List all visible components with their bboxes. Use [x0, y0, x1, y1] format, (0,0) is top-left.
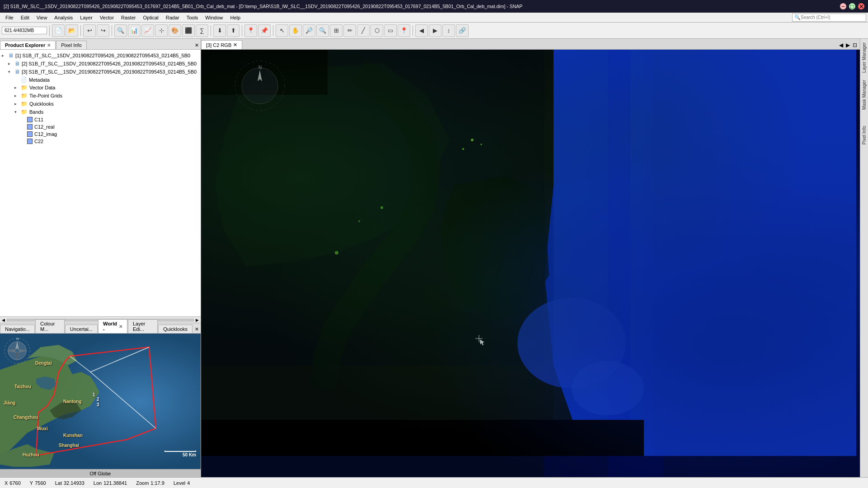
sidebar-mask-manager[interactable]: Mask Manager [861, 76, 868, 113]
menu-layer[interactable]: Layer [76, 14, 96, 21]
tab-navigation[interactable]: Navigatio... [0, 325, 35, 333]
tab-pixel-info[interactable]: Pixel Info [56, 41, 86, 49]
map-status-bar: Off Globe [0, 469, 201, 477]
tree-item-c12real[interactable]: C12_real [21, 123, 199, 130]
stats-button[interactable]: ∑ [196, 24, 208, 37]
tree-label-c22: C22 [34, 139, 43, 144]
zoom-in-button[interactable]: 🔍 [114, 24, 127, 37]
close-button[interactable]: ✕ [858, 3, 864, 9]
product-explorer-tree: ▸ 🖥 [1] S1B_IT_SLC__1SDV_20190822T095426… [0, 50, 201, 316]
menu-vector[interactable]: Vector [96, 14, 117, 21]
tab-product-explorer[interactable]: Product Explorer ✕ [0, 41, 56, 49]
menu-search-box[interactable]: 🔍 [792, 14, 866, 22]
select-button[interactable]: ↖ [276, 24, 288, 37]
pin-button[interactable]: 📍 [398, 24, 410, 37]
tree-item-quicklooks[interactable]: ▸ 📁 Quicklooks [14, 100, 199, 108]
status-level: Level 4 [174, 480, 190, 486]
viewer-scroll-left[interactable]: ◀ [838, 41, 844, 49]
sidebar-pixel-info[interactable]: Pixel Info [861, 122, 868, 148]
nav-forward[interactable]: ▶ [429, 24, 441, 37]
status-zoom: Zoom 1:17.9 [136, 480, 164, 486]
export-button[interactable]: ⬆ [227, 24, 239, 37]
nav-back[interactable]: ◀ [415, 24, 428, 37]
minimize-button[interactable]: − [840, 3, 846, 9]
tree-item-metadata[interactable]: 📄 Metadata [14, 76, 199, 84]
tree-item-vector[interactable]: ▸ 📁 Vector Data [14, 84, 199, 92]
gcp2-button[interactable]: 📌 [258, 24, 271, 37]
scroll-left-arrow[interactable]: ◀ [2, 318, 5, 322]
menu-tools[interactable]: Tools [183, 14, 202, 21]
menu-analysis[interactable]: Analysis [51, 14, 76, 21]
mask-button[interactable]: ⬛ [182, 24, 195, 37]
draw-button[interactable]: ✏ [343, 24, 356, 37]
sidebar-layer-manager[interactable]: Layer Manager [861, 39, 868, 76]
scroll-right-arrow[interactable]: ▶ [196, 318, 199, 322]
tree-item-1[interactable]: ▸ 🖥 [1] S1B_IT_SLC__1SDV_20190822T095426… [2, 51, 199, 60]
sync-button[interactable]: ↕ [442, 24, 455, 37]
line-button[interactable]: ╱ [357, 24, 370, 37]
gcp-button[interactable]: 📍 [244, 24, 257, 37]
world-map-panel[interactable]: N Dengtai Taizhou Jiāng Nantong 1 2 3 Ch… [0, 334, 201, 469]
viewer-scroll-right[interactable]: ▶ [845, 41, 851, 49]
tab-world-close[interactable]: ✕ [119, 324, 122, 329]
tree-item-bands[interactable]: ▾ 📁 Bands [14, 108, 199, 116]
colormap-button[interactable]: 🎨 [169, 24, 181, 37]
tab-uncertainty-label: Uncertai... [70, 326, 93, 332]
scatter-button[interactable]: ⊹ [155, 24, 168, 37]
panel-close-button[interactable]: ✕ [193, 42, 201, 49]
menu-raster[interactable]: Raster [117, 14, 139, 21]
viewer-tab-c2rgb[interactable]: [3] C2 RGB ✕ [201, 40, 242, 49]
tab-layer-editor[interactable]: Layer Edi... [128, 319, 158, 333]
tree-item-c12imag[interactable]: C12_imag [21, 130, 199, 138]
zoom-button[interactable]: 🔎 [303, 24, 315, 37]
sar-image-svg: N [201, 50, 860, 477]
svg-text:N: N [16, 337, 19, 341]
zoom-value: 1:17.9 [150, 480, 164, 486]
status-x: X 6760 [5, 480, 21, 486]
sar-image-area[interactable]: N [201, 50, 860, 477]
menu-file[interactable]: File [2, 14, 17, 21]
tree-item-2[interactable]: ▸ 🖥 [2] S1B_IT_SLC__1SDV_20190822T095426… [8, 60, 199, 68]
menu-edit[interactable]: Edit [17, 14, 33, 21]
tree-item-c22[interactable]: C22 [21, 138, 199, 145]
tab-quicklooks-bottom[interactable]: Quicklooks [158, 325, 192, 333]
link-button[interactable]: 🔗 [456, 24, 469, 37]
x-label: X [5, 480, 8, 486]
folder-icon-vector: 📁 [21, 84, 28, 91]
tree-item-3[interactable]: ▾ 🖥 [3] S1B_IT_SLC__1SDV_20190822T095426… [8, 68, 199, 76]
profile-button[interactable]: 📊 [128, 24, 141, 37]
menu-window[interactable]: Window [202, 14, 226, 21]
tab-uncertainty[interactable]: Uncertai... [65, 325, 98, 333]
menu-view[interactable]: View [33, 14, 51, 21]
tree-item-c11[interactable]: C11 [21, 116, 199, 123]
import-button[interactable]: ⬇ [213, 24, 226, 37]
tab-colour-manipulation[interactable]: Colour M... [35, 319, 65, 333]
undo-button[interactable]: ↩ [83, 24, 96, 37]
menu-radar[interactable]: Radar [162, 14, 183, 21]
open-button[interactable]: 📂 [66, 24, 78, 37]
menu-help[interactable]: Help [226, 14, 244, 21]
tab-navigation-label: Navigatio... [5, 326, 30, 332]
coordinate-display: 621.4/4832MB [2, 27, 47, 34]
viewer-tab-close[interactable]: ✕ [233, 42, 237, 48]
svg-text:N: N [258, 65, 262, 70]
maximize-button[interactable]: □ [849, 3, 855, 9]
bottom-panel-close[interactable]: ✕ [193, 325, 201, 333]
redo-button[interactable]: ↪ [97, 24, 109, 37]
viewer-maximize[interactable]: ⊡ [852, 41, 858, 49]
histogram-button[interactable]: 📈 [141, 24, 154, 37]
lon-value: 121.38841 [103, 480, 127, 486]
tab-world[interactable]: World - ✕ [98, 319, 127, 333]
fit-button[interactable]: ⊞ [330, 24, 343, 37]
menu-optical[interactable]: Optical [139, 14, 162, 21]
expand-icon-1: ▸ [2, 53, 6, 58]
rect-button[interactable]: ▭ [384, 24, 397, 37]
tree-item-tpg[interactable]: ▸ 📁 Tie-Point Grids [14, 92, 199, 100]
tab-product-explorer-close[interactable]: ✕ [47, 43, 51, 48]
pan-button[interactable]: ✋ [289, 24, 302, 37]
new-button[interactable]: 📄 [52, 24, 65, 37]
search-input[interactable] [801, 15, 864, 20]
polygon-button[interactable]: ⬡ [371, 24, 383, 37]
svg-rect-33 [201, 420, 644, 456]
zoom-out-button[interactable]: 🔍 [316, 24, 329, 37]
